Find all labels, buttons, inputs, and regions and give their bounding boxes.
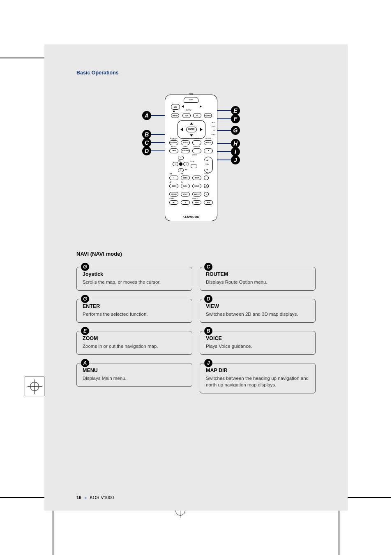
box-desc: Switches between the heading up navigati… (206, 375, 309, 388)
position-button: POSITION (204, 113, 212, 118)
box-desc: Scrolls the map, or moves the cursor. (83, 279, 186, 285)
navi-label: NAVI (212, 134, 215, 136)
num-6: 6MNO (192, 184, 201, 188)
box-zoom: E ZOOM Zooms in or out the navigation ma… (76, 331, 192, 355)
page-number: 16 (76, 495, 81, 500)
att-button: ATT (204, 200, 213, 205)
zoom-label: ZOOM (186, 109, 191, 111)
step-rew-icon: ◀Ⅱ (169, 181, 171, 183)
num-1: 1 (169, 176, 178, 180)
dvd-label: DVD (212, 125, 215, 127)
zone-label: 2 ZONE (204, 173, 209, 175)
right-arrow-icon (200, 128, 203, 131)
description-boxes: G Joystick Scrolls the map, or moves the… (76, 267, 316, 393)
callout-A: A (142, 111, 151, 120)
button-row-2: AV OUT OPEN SUBTITLE VIEW MAP DIR ✱ (165, 148, 217, 155)
fm-label: FM+ (178, 160, 181, 162)
indicator-dot (173, 111, 175, 112)
callout-E: E (231, 106, 240, 115)
vol-down-icon: ▼ (206, 169, 208, 171)
zoom2-label: ZOOM (190, 161, 194, 162)
box-enter: G ENTER Performs the selected function. (76, 299, 192, 323)
tv-label: TV (213, 130, 215, 132)
zoom2-button (191, 164, 197, 168)
box-desc: Displays Route Option menu. (206, 279, 309, 285)
box-tag: J (204, 359, 212, 367)
in-button: IN (193, 113, 201, 118)
brand-label: KENWOOD (165, 215, 217, 218)
box-title: MAP DIR (206, 368, 309, 373)
num-0: 0 (181, 200, 190, 205)
dpad-up: ▲ (178, 156, 184, 160)
dpad-center (179, 162, 182, 166)
num-7: 7PQRS (169, 192, 178, 197)
box-menu: A MENU Displays Main menu. (76, 363, 192, 387)
box-tag: G (81, 295, 89, 303)
rvol-down: ⌄ (204, 192, 209, 197)
vol-label: VOL (205, 163, 209, 165)
box-tag: A (81, 359, 89, 367)
dpad-down: ▼ (178, 168, 184, 172)
box-tag: D (204, 295, 212, 303)
box-mapdir: J MAP DIR Switches between the heading u… (200, 363, 316, 393)
row2-label-3: SUBTITLE (192, 146, 201, 148)
box-title: ROUTEM (206, 271, 309, 277)
box-title: VOICE (206, 335, 309, 341)
num-3: 3DEF (192, 176, 201, 180)
rvol-up: ⌃ (204, 184, 209, 188)
callout-D: D (142, 146, 151, 155)
box-tag: G (81, 263, 89, 271)
view-button: VIEW (169, 148, 178, 153)
angle-label: ANGLE (192, 154, 197, 156)
enter-button: ENTER (186, 127, 197, 132)
num-4: 4GHI (169, 184, 178, 188)
zone-button (204, 176, 209, 180)
volume-rocker: ▲ VOL ▼ (204, 157, 213, 173)
direct-label: DIRECT (192, 198, 198, 199)
aud-label: AUD (212, 121, 215, 123)
mute-button: ✱ (204, 148, 213, 153)
menu-button: MENU (171, 113, 179, 118)
box-tag: C (204, 263, 212, 271)
disp-label: DISP (189, 93, 194, 95)
box-title: ENTER (83, 303, 186, 309)
box-voice: B VOICE Plays Voice guidance. (200, 331, 316, 355)
clear-label: CLEAR (169, 198, 174, 199)
num-hash: # BS (192, 200, 201, 205)
box-desc: Plays Voice guidance. (206, 343, 309, 349)
step-ff-icon: Ⅱ▶ (181, 181, 183, 183)
num-star: ✱ + (169, 200, 178, 205)
callout-J: J (231, 155, 240, 164)
box-title: ZOOM (83, 335, 186, 341)
row1-label-2: FNC/PBC (181, 138, 190, 139)
row2-label-2: OPEN (181, 146, 190, 148)
section-title: Basic Operations (76, 70, 316, 76)
row2-label-1: AV OUT (169, 146, 178, 148)
rew-icon: ◀◀ (169, 173, 172, 175)
box-routem: C ROUTEM Displays Route Option menu. (200, 267, 316, 291)
box-view: D VIEW Switches between 2D and 3D map di… (200, 299, 316, 323)
dpad-left: ◀ (173, 162, 178, 166)
src-button: SRC (171, 104, 180, 110)
box-desc: Displays Main menu. (83, 375, 186, 382)
remote-control: DISP V.SEL SRC ZOOM MENU OUT IN POSITION… (165, 95, 217, 221)
model-label: KOS-V1000 (90, 495, 114, 500)
num-5: 5JKL (181, 184, 190, 188)
mapdir-button: MAP DIR (181, 148, 190, 153)
box-desc: Performs the selected function. (83, 311, 186, 317)
cancel-button: CANCEL (204, 140, 213, 145)
separator-dot: ● (83, 495, 88, 500)
mode-title: NAVI (NAVI mode) (76, 251, 316, 257)
row1-label-4: RETURN (204, 138, 213, 139)
num-9: 9WXYZ (192, 192, 201, 197)
left-column: G Joystick Scrolls the map, or moves the… (76, 267, 192, 393)
box-title: MENU (83, 368, 186, 373)
box-joystick: G Joystick Scrolls the map, or moves the… (76, 267, 192, 291)
joystick-pad: ENTER (178, 120, 205, 139)
ff-icon: ▶▶ (181, 173, 183, 175)
blank-button (192, 140, 201, 145)
up-arrow-icon (190, 123, 193, 125)
callout-I: I (231, 147, 240, 156)
box-title: VIEW (206, 303, 309, 309)
callout-H: H (231, 139, 240, 148)
